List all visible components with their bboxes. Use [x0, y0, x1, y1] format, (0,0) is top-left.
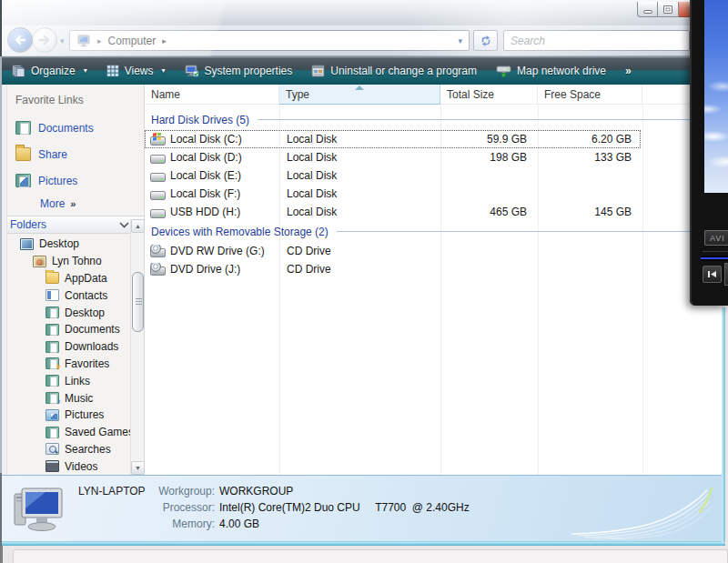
column-header-name[interactable]: Name	[145, 85, 279, 105]
toolbar-item-views[interactable]: Views ▾	[106, 65, 166, 77]
toolbar-overflow-button[interactable]: »	[625, 65, 632, 77]
tree-item-pictures[interactable]: Pictures	[0, 407, 144, 424]
file-row-dvd-j[interactable]: DVD Drive (J:) CD Drive	[145, 260, 723, 278]
tree-item-appdata[interactable]: AppData	[0, 270, 144, 287]
toolbar-item-system-properties[interactable]: System properties	[185, 65, 293, 77]
tree-item-downloads[interactable]: Downloads	[0, 338, 144, 356]
tree-item-favorites[interactable]: ★Favorites	[0, 356, 144, 373]
previous-button[interactable]	[703, 266, 722, 283]
window-bottom-edge	[0, 541, 725, 546]
tree-item-documents[interactable]: Documents	[0, 321, 144, 338]
group-rule	[337, 231, 717, 232]
file-row-local-disk-f[interactable]: Local Disk (F:) Local Disk	[145, 185, 723, 203]
group-rule	[258, 119, 717, 120]
favorites-icon: ★	[46, 357, 59, 369]
search-input[interactable]	[511, 35, 682, 47]
chevron-down-icon	[119, 222, 129, 228]
address-bar[interactable]: ▸ Computer ▸ ▾	[69, 30, 470, 51]
folder-icon	[46, 272, 59, 284]
disc-icon	[150, 245, 161, 254]
breadcrumb-item-computer[interactable]: Computer	[108, 35, 157, 47]
chevron-right-icon: ▸	[97, 36, 102, 45]
toolbar-label: Uninstall or change a program	[330, 65, 477, 77]
favorite-link-documents[interactable]: Documents	[0, 115, 144, 141]
address-dropdown-icon[interactable]: ▾	[458, 36, 462, 45]
tree-item-user[interactable]: Lyn Tohno	[0, 253, 144, 270]
chevron-right-icon[interactable]: ▸	[162, 36, 167, 45]
tree-item-contacts[interactable]: Contacts	[0, 287, 144, 304]
history-dropdown-icon[interactable]: ▾	[60, 36, 65, 45]
folders-expander[interactable]: Folders	[0, 216, 144, 234]
drive-icon	[150, 173, 166, 182]
dvd-drive-icon	[150, 266, 166, 276]
column-header-type[interactable]: Type	[279, 85, 440, 105]
uninstall-program-icon	[311, 65, 325, 77]
toolbar-label: Map network drive	[517, 65, 606, 77]
back-button[interactable]	[7, 27, 33, 53]
tree-scrollbar[interactable]: ▲ ▼	[130, 219, 144, 475]
caption-buttons	[637, 2, 695, 17]
media-player-window[interactable]: AVI	[690, 0, 728, 306]
tree-item-searches[interactable]: Searches	[0, 441, 144, 458]
tree-item-saved-games[interactable]: Saved Games	[0, 424, 144, 441]
file-list: Name Type Total Size Free Space Hard Dis…	[145, 85, 723, 475]
share-folder-icon	[15, 147, 31, 161]
favorite-link-share[interactable]: Share	[0, 141, 144, 167]
forward-button[interactable]	[32, 27, 57, 53]
tree-item-desktop-folder[interactable]: Desktop	[0, 304, 144, 321]
scrollbar-thumb[interactable]	[132, 272, 144, 332]
desktop-icon	[20, 238, 34, 250]
window-right-edge	[722, 307, 725, 542]
details-field-label: Memory:	[147, 518, 215, 530]
toolbar-item-organize[interactable]: Organize ▾	[12, 65, 87, 77]
file-row-local-disk-e[interactable]: Local Disk (E:) Local Disk	[145, 166, 723, 185]
tree-item-music[interactable]: ♪Music	[0, 389, 144, 407]
organize-icon	[12, 65, 25, 77]
tree-item-desktop[interactable]: Desktop	[0, 236, 144, 253]
favorite-link-label: Share	[38, 148, 67, 161]
title-bar[interactable]	[0, 0, 725, 25]
player-side-button[interactable]	[724, 263, 728, 286]
file-row-dvd-rw-g[interactable]: DVD RW Drive (G:) CD Drive	[145, 242, 723, 260]
column-header-total-size[interactable]: Total Size	[440, 85, 538, 105]
search-folder-icon	[46, 443, 59, 455]
details-pane: LYN-LAPTOP Workgroup: WORKGROUP Processo…	[2, 475, 722, 541]
dvd-drive-icon	[150, 248, 166, 257]
computer-graphic-icon	[11, 481, 67, 536]
downloads-icon	[46, 341, 59, 353]
toolbar-item-map-network-drive[interactable]: Map network drive	[496, 65, 606, 77]
more-links-button[interactable]: More »	[0, 194, 144, 214]
favorite-link-pictures[interactable]: Pictures	[0, 167, 144, 194]
drive-icon	[150, 136, 166, 146]
minimize-button[interactable]	[637, 2, 658, 17]
map-network-drive-icon	[496, 65, 511, 77]
disc-icon	[150, 263, 161, 272]
screen: ▾ ▸ Computer ▸ ▾	[0, 0, 728, 563]
navigation-bar: ▾ ▸ Computer ▸ ▾	[0, 25, 725, 56]
tree-item-videos[interactable]: Videos	[0, 457, 144, 475]
details-fields: Workgroup: WORKGROUP Processor: Intel(R)…	[147, 485, 470, 530]
file-row-local-disk-c[interactable]: Local Disk (C:) Local Disk 59.9 GB 6.20 …	[145, 130, 723, 148]
toolbar-item-uninstall-program[interactable]: Uninstall or change a program	[311, 65, 477, 77]
details-field-value: 4.00 GB	[219, 518, 470, 530]
file-row-local-disk-d[interactable]: Local Disk (D:) Local Disk 198 GB 133 GB	[145, 148, 723, 166]
previous-icon	[707, 270, 717, 278]
scroll-down-button[interactable]: ▼	[131, 461, 145, 475]
column-header-free-space[interactable]: Free Space	[538, 85, 642, 105]
refresh-button[interactable]	[473, 30, 498, 51]
video-area[interactable]	[704, 0, 728, 193]
maximize-button[interactable]	[658, 2, 679, 17]
drive-icon	[150, 155, 166, 164]
clip-format-button[interactable]: AVI	[704, 230, 728, 246]
file-row-usb-hdd-h[interactable]: USB HDD (H:) Local Disk 465 GB 145 GB	[145, 203, 723, 221]
star-icon: ★	[54, 363, 61, 371]
clip-format-label: AVI	[710, 234, 725, 243]
details-field-label: Processor:	[147, 501, 215, 514]
sort-ascending-icon	[355, 85, 364, 90]
documents-icon	[15, 121, 31, 135]
views-icon	[106, 65, 119, 76]
favorite-link-label: Documents	[38, 122, 94, 135]
tree-item-links[interactable]: Links	[0, 372, 144, 389]
up-arrow-icon: ▲	[135, 223, 141, 229]
scroll-up-button[interactable]: ▲	[131, 219, 145, 233]
